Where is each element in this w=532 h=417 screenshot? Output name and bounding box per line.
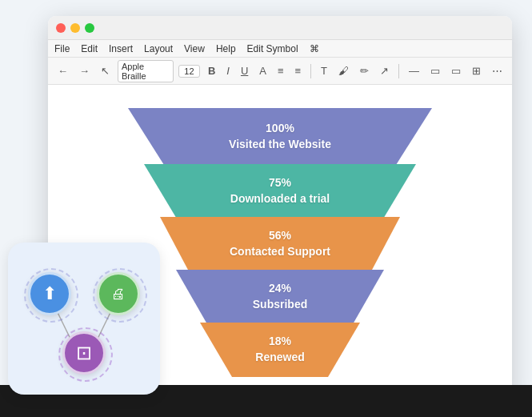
curve-icon[interactable]: ↗ <box>377 63 392 78</box>
funnel-segment-3[interactable]: 56% Contacted Support <box>160 217 400 271</box>
segment-4-percent: 24% <box>253 281 307 297</box>
action-nodes-container: ⬆ 🖨 ⊡ <box>20 255 148 383</box>
minimize-button[interactable] <box>70 23 80 33</box>
segment-1-percent: 100% <box>229 121 331 137</box>
segment-1-label: Visited the Website <box>229 137 331 153</box>
align-left-icon[interactable]: ≡ <box>274 63 287 78</box>
italic-icon[interactable]: I <box>223 63 233 78</box>
font-color-icon[interactable]: A <box>256 63 270 78</box>
segment-3-text: 56% Contacted Support <box>230 228 330 259</box>
more-icon[interactable]: ⋯ <box>489 63 506 78</box>
back-icon[interactable]: ← <box>54 63 71 78</box>
font-size[interactable]: 12 <box>178 65 200 78</box>
segment-5-percent: 18% <box>255 334 304 350</box>
print-button[interactable]: 🖨 <box>97 272 140 315</box>
share-button[interactable]: ⬆ <box>28 272 71 315</box>
floating-action-panel: ⬆ 🖨 ⊡ <box>8 243 160 395</box>
funnel-segment-1[interactable]: 100% Visited the Website <box>128 108 432 166</box>
funnel-segment-2[interactable]: 75% Downloaded a trial <box>144 164 416 219</box>
menu-file[interactable]: File <box>54 43 70 54</box>
segment-3-percent: 56% <box>230 228 330 244</box>
dash-icon[interactable]: — <box>406 63 422 78</box>
export-icon: ⊡ <box>76 343 92 363</box>
share-icon: ⬆ <box>42 283 57 304</box>
segment-4-label: Subsribed <box>253 297 307 313</box>
funnel-segment-5[interactable]: 18% Renewed <box>200 323 360 377</box>
title-bar <box>48 16 512 40</box>
menu-view[interactable]: View <box>184 43 205 54</box>
shape-icon[interactable]: ▭ <box>448 63 464 78</box>
menu-edit-symbol[interactable]: Edit Symbol <box>247 43 298 54</box>
menu-layout[interactable]: Layout <box>144 43 173 54</box>
funnel-segment-4[interactable]: 24% Subsribed <box>176 270 384 324</box>
pen-icon[interactable]: ✏ <box>357 63 372 78</box>
segment-2-percent: 75% <box>230 175 330 191</box>
menu-insert[interactable]: Insert <box>109 43 133 54</box>
underline-icon[interactable]: U <box>238 63 251 78</box>
menu-extra[interactable]: ⌘ <box>310 43 319 54</box>
font-selector[interactable]: Apple Braille <box>118 60 174 82</box>
menu-edit[interactable]: Edit <box>81 43 98 54</box>
segment-4-text: 24% Subsribed <box>253 281 307 312</box>
menu-bar: File Edit Insert Layout View Help Edit S… <box>48 40 512 58</box>
funnel-chart: 100% Visited the Website 75% Downloaded … <box>128 108 432 377</box>
menu-help[interactable]: Help <box>216 43 236 54</box>
forward-icon[interactable]: → <box>76 63 93 78</box>
paint-icon[interactable]: 🖌 <box>335 63 352 78</box>
image-icon[interactable]: ▭ <box>427 63 443 78</box>
text-icon[interactable]: T <box>318 63 330 78</box>
toolbar: ← → ↖ Apple Braille 12 B I U A ≡ ≡ T 🖌 ✏… <box>48 58 512 85</box>
separator-1 <box>310 64 311 78</box>
segment-1-text: 100% Visited the Website <box>229 121 331 152</box>
pointer-icon[interactable]: ↖ <box>98 63 113 78</box>
segment-3-label: Contacted Support <box>230 244 330 260</box>
segment-5-label: Renewed <box>255 350 304 366</box>
grid-icon[interactable]: ⊞ <box>469 63 484 78</box>
align-right-icon[interactable]: ≡ <box>292 63 305 78</box>
separator-2 <box>398 64 399 78</box>
segment-5-text: 18% Renewed <box>255 334 304 365</box>
print-icon: 🖨 <box>111 286 126 303</box>
bold-icon[interactable]: B <box>205 63 218 78</box>
segment-2-label: Downloaded a trial <box>230 191 330 207</box>
maximize-button[interactable] <box>85 23 94 33</box>
export-button[interactable]: ⊡ <box>62 331 106 375</box>
close-button[interactable] <box>56 23 66 33</box>
segment-2-text: 75% Downloaded a trial <box>230 175 330 206</box>
